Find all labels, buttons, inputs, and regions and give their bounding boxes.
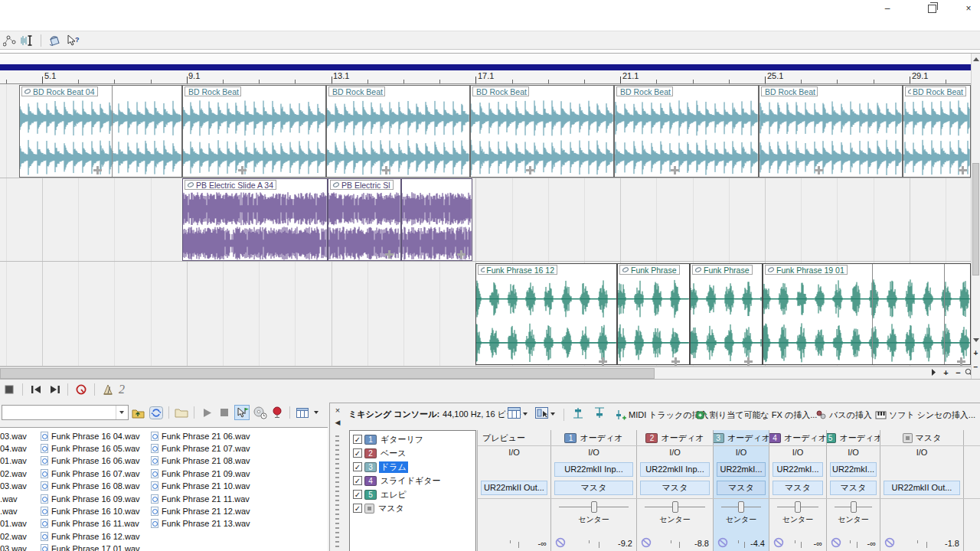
mixer-track-row[interactable]: ✓1ギターリフ [350,432,475,446]
pane-pin-button[interactable]: ◀ [332,418,343,428]
track-checkbox[interactable]: ✓ [353,490,362,499]
file-item[interactable]: Funk Phrase 21 13.wav [151,518,250,530]
output-select-button[interactable]: マスタ [717,481,766,495]
mixer-track-row[interactable]: ✓5エレピ [350,487,475,501]
clip-move-handle[interactable] [385,250,394,259]
input-select-button[interactable]: UR22mkI... [773,462,823,477]
file-item[interactable]: Funk Phrase 16 12.wav [41,530,140,542]
envelope-tool-icon[interactable] [2,33,17,48]
mixer-channel-strip[interactable]: 5オーディオI/OUR22mkI...マスタセンター-∞ [827,430,880,551]
restore-button[interactable] [920,2,943,15]
file-item[interactable]: Funk Phrase 21 10.wav [151,481,250,492]
mixer-channel-strip[interactable]: 3オーディオI/OUR22mkI...マスタセンター-4.4 [714,430,769,551]
file-item[interactable]: Funk Phrase 21 12.wav [151,505,250,517]
file-item[interactable]: Funk Phrase 17 01.wav [41,543,140,551]
clip-move-handle[interactable] [815,166,823,174]
mixer-channel-strip[interactable]: 2オーディオI/OUR22mkII Inp...マスタセンター-8.8 [637,430,714,551]
auto-preview-toggle[interactable] [234,405,250,420]
track-checkbox[interactable]: ✓ [353,476,362,485]
audio-clip[interactable]: BD Rock Beat [326,85,470,178]
mixer-track-list[interactable]: ✓1ギターリフ✓2ベース✓3ドラム✓4スライドギター✓5エレピ✓マスタ [349,430,476,551]
file-item[interactable]: Funk Phrase 21 06.wav [151,430,250,442]
mute-indicator-icon[interactable] [641,537,652,548]
clip-move-handle[interactable] [93,166,102,174]
hscroll-thumb[interactable] [0,368,655,379]
file-item[interactable]: 02.wav [0,468,27,479]
clip-move-handle[interactable] [671,357,680,366]
close-button[interactable]: × [957,2,980,15]
console-view-dropdown-arrow[interactable] [523,412,528,416]
mixer-channel-strip[interactable]: マスタI/OUR22mkII Out...-1.8 [880,430,964,551]
insert-assignable-fx-button[interactable]: 割り当て可能な FX の挿入... [696,408,817,422]
file-item[interactable]: 02.wav [0,530,27,542]
vscroll-down-arrow[interactable] [973,338,979,342]
help-cursor-icon[interactable]: ? [65,33,80,48]
mixer-channel-strip[interactable]: 1オーディオI/OUR22mkII Inp...マスタセンター-9.2 [551,430,637,551]
insert-audio-track-icon[interactable] [572,407,584,422]
file-item[interactable]: Funk Phrase 16 11.wav [41,518,139,530]
vertical-zoom-in-button[interactable]: + [972,349,980,359]
preview-stop-icon[interactable] [217,405,232,420]
audio-clip[interactable]: BD Rock Beat [470,85,614,178]
input-select-button[interactable]: UR22mkI... [830,462,877,477]
pane-close-button[interactable]: × [332,406,343,416]
event-tool-icon[interactable] [20,33,35,48]
mixer-track-row[interactable]: ✓2ベース [350,446,475,460]
insert-midi-track-button[interactable]: MIDI トラックの挿入 [615,408,709,422]
mixer-track-row[interactable]: ✓4スライドギター [350,474,475,487]
mute-indicator-icon[interactable] [884,537,895,548]
stop-button[interactable] [2,382,17,397]
output-select-button[interactable]: マスタ [830,481,877,495]
clip-move-handle[interactable] [744,357,753,366]
tempo-indicator[interactable]: 2 [119,383,125,396]
file-item[interactable]: 03.wav [0,543,27,551]
cd-extract-icon[interactable] [252,405,267,420]
insert-track-below-icon[interactable] [593,407,606,422]
clip-move-handle[interactable] [959,166,967,174]
file-item[interactable]: Funk Phrase 16 04.wav [41,430,140,442]
file-item[interactable]: Funk Phrase 16 06.wav [41,455,140,467]
audio-clip[interactable]: BD Rock Beat [903,85,971,178]
strip-properties-dropdown-arrow[interactable] [550,412,555,416]
explorer-file-list[interactable]: 03.wav04.wav01.wav02.wav03.wav.wav.wav01… [0,427,328,551]
clip-move-handle[interactable] [238,166,247,174]
parent-folder-icon[interactable] [131,405,146,420]
vertical-zoom-out-button[interactable]: − [972,363,980,373]
output-select-button[interactable]: マスタ [554,481,633,495]
audio-clip[interactable] [401,178,472,261]
file-item[interactable]: 01.wav [0,455,27,467]
file-item[interactable]: Funk Phrase 16 05.wav [41,442,140,454]
file-item[interactable]: Funk Phrase 16 10.wav [41,505,140,517]
clip-move-handle[interactable] [957,357,965,366]
mixer-channel-strip[interactable]: 4オーディオI/OUR22mkI...マスタセンター-∞ [769,430,827,551]
audio-clip[interactable]: Funk Phrase [690,263,763,365]
file-item[interactable]: 01.wav [0,518,27,530]
track-checkbox[interactable]: ✓ [353,462,362,471]
audio-clip[interactable]: Funk Phrase 16 12 [475,263,617,365]
input-select-button[interactable]: UR22mkII Inp... [640,462,710,477]
loop-region-bar[interactable] [0,64,971,70]
input-select-button[interactable]: UR22mkI... [717,462,766,477]
vscroll-up-arrow[interactable] [973,57,979,61]
output-select-button[interactable]: UR22mkII Out... [481,481,547,495]
mixer-track-row[interactable]: ✓3ドラム [350,460,475,474]
folder-icon[interactable] [174,405,189,420]
go-to-end-button[interactable] [47,382,62,397]
combobox-arrow-icon[interactable] [116,406,128,419]
file-item[interactable]: Funk Phrase 16 09.wav [41,493,140,504]
paint-tool-icon[interactable] [47,33,62,48]
file-item[interactable]: Funk Phrase 16 08.wav [41,481,140,492]
file-item[interactable]: Funk Phrase 21 11.wav [151,493,250,504]
zoom-out-button[interactable]: − [952,368,964,379]
file-item[interactable]: 03.wav [0,430,27,442]
audio-clip[interactable]: BD Rock Beat 04 [19,85,182,178]
file-item[interactable]: .wav [0,505,18,517]
output-select-button[interactable]: UR22mkII Out... [884,481,960,495]
mixer-track-row[interactable]: ✓マスタ [350,501,475,515]
track-checkbox[interactable]: ✓ [353,435,362,444]
console-view-icon[interactable] [508,407,521,422]
pan-thumb[interactable] [672,501,678,513]
audio-clip[interactable]: BD Rock Beat [759,85,903,178]
mute-indicator-icon[interactable] [555,537,566,548]
file-item[interactable]: Funk Phrase 21 07.wav [151,442,250,454]
